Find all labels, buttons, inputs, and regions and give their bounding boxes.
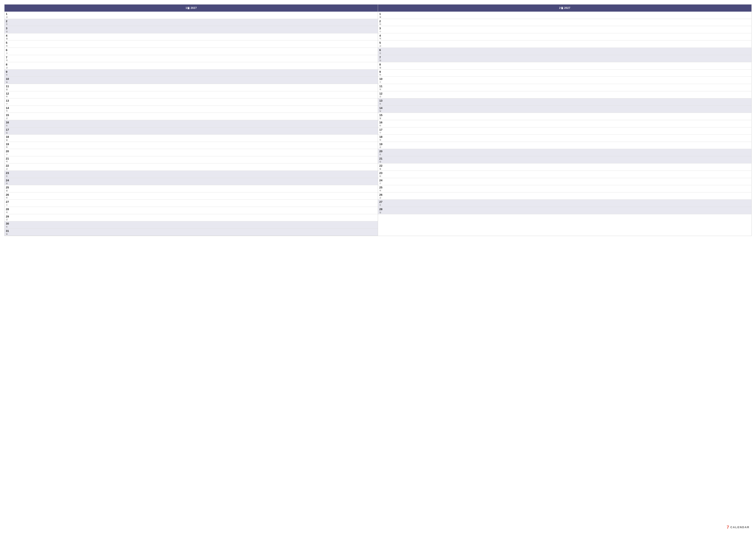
day-row: 16토 bbox=[5, 120, 378, 127]
day-row: 28목 bbox=[5, 207, 378, 214]
day-name: 수 bbox=[6, 103, 11, 105]
day-info: 8월 bbox=[379, 63, 384, 69]
day-name: 금 bbox=[6, 67, 11, 69]
day-number: 18 bbox=[379, 135, 384, 139]
day-info: 2토 bbox=[6, 20, 11, 25]
day-info: 16화 bbox=[379, 121, 384, 127]
day-name: 목 bbox=[379, 89, 384, 90]
day-info: 26화 bbox=[6, 193, 11, 199]
day-name: 일 bbox=[6, 233, 11, 235]
day-row: 20토 bbox=[378, 149, 751, 156]
page: 1월 20271금2토3일4월5화6수7목8금9토10일11월12화13수14목… bbox=[0, 0, 756, 534]
day-name: 목 bbox=[6, 161, 11, 163]
day-name: 토 bbox=[6, 125, 11, 127]
day-name: 토 bbox=[379, 103, 384, 105]
day-name: 금 bbox=[379, 197, 384, 199]
day-number: 13 bbox=[6, 99, 11, 103]
day-info: 23화 bbox=[379, 171, 384, 177]
brand-icon: 7 bbox=[727, 525, 729, 530]
day-info: 17수 bbox=[379, 128, 384, 134]
day-number: 22 bbox=[379, 164, 384, 167]
day-number: 18 bbox=[6, 135, 11, 139]
day-row: 11목 bbox=[378, 84, 751, 91]
day-name: 수 bbox=[379, 81, 384, 83]
day-number: 28 bbox=[379, 208, 384, 211]
day-info: 22금 bbox=[6, 164, 11, 170]
day-name: 화 bbox=[6, 96, 11, 97]
day-info: 21일 bbox=[379, 157, 384, 163]
day-row: 14일 bbox=[378, 106, 751, 113]
day-row: 13수 bbox=[5, 98, 378, 106]
day-row: 7목 bbox=[5, 55, 378, 63]
day-info: 9화 bbox=[379, 70, 384, 76]
day-name: 토 bbox=[379, 204, 384, 206]
day-name: 화 bbox=[379, 23, 384, 25]
day-info: 27수 bbox=[6, 200, 11, 206]
day-number: 11 bbox=[379, 85, 384, 88]
day-info: 3수 bbox=[379, 27, 384, 33]
day-number: 25 bbox=[379, 186, 384, 189]
day-name: 화 bbox=[6, 45, 11, 47]
day-row: 29금 bbox=[5, 214, 378, 221]
day-row: 6토 bbox=[378, 48, 751, 55]
day-name: 일 bbox=[6, 182, 11, 184]
day-name: 금 bbox=[6, 117, 11, 119]
day-number: 4 bbox=[379, 34, 384, 38]
day-info: 14일 bbox=[379, 106, 384, 112]
day-row: 9화 bbox=[378, 69, 751, 77]
day-info: 27토 bbox=[379, 200, 384, 206]
day-row: 4목 bbox=[378, 33, 751, 41]
day-name: 수 bbox=[379, 132, 384, 134]
day-name: 목 bbox=[6, 60, 11, 62]
day-row: 23화 bbox=[378, 171, 751, 178]
month-section-jan: 1월 20271금2토3일4월5화6수7목8금9토10일11월12화13수14목… bbox=[5, 5, 378, 236]
day-info: 3일 bbox=[6, 27, 11, 33]
day-info: 23토 bbox=[6, 171, 11, 177]
day-row: 14목 bbox=[5, 106, 378, 113]
day-name: 수 bbox=[379, 31, 384, 33]
day-name: 토 bbox=[6, 175, 11, 177]
day-info: 10일 bbox=[6, 77, 11, 83]
day-number: 20 bbox=[6, 150, 11, 153]
day-row: 6수 bbox=[5, 48, 378, 55]
day-name: 토 bbox=[6, 23, 11, 25]
day-name: 금 bbox=[6, 218, 11, 220]
day-number: 19 bbox=[6, 142, 11, 146]
day-name: 일 bbox=[379, 110, 384, 112]
day-info: 4목 bbox=[379, 34, 384, 40]
day-number: 26 bbox=[379, 193, 384, 196]
day-number: 15 bbox=[6, 114, 11, 117]
day-name: 월 bbox=[379, 168, 384, 170]
day-info: 15월 bbox=[379, 114, 384, 119]
day-number: 12 bbox=[379, 92, 384, 95]
day-number: 15 bbox=[379, 114, 384, 117]
day-row: 4월 bbox=[5, 33, 378, 41]
day-info: 6수 bbox=[6, 48, 11, 54]
day-number: 5 bbox=[379, 41, 384, 44]
day-name: 일 bbox=[6, 132, 11, 134]
day-name: 수 bbox=[379, 182, 384, 184]
day-row: 15월 bbox=[378, 113, 751, 120]
day-row: 12화 bbox=[5, 91, 378, 99]
day-row: 27토 bbox=[378, 200, 751, 207]
day-number: 31 bbox=[6, 229, 11, 233]
day-info: 20수 bbox=[6, 150, 11, 156]
day-info: 13토 bbox=[379, 99, 384, 105]
day-number: 7 bbox=[6, 56, 11, 59]
day-number: 3 bbox=[379, 27, 384, 30]
day-row: 26금 bbox=[378, 192, 751, 200]
day-number: 14 bbox=[6, 106, 11, 110]
day-name: 목 bbox=[379, 139, 384, 141]
day-number: 12 bbox=[6, 92, 11, 95]
day-name: 토 bbox=[379, 52, 384, 54]
day-info: 24수 bbox=[379, 179, 384, 185]
day-info: 15금 bbox=[6, 114, 11, 119]
day-number: 10 bbox=[379, 77, 384, 81]
day-name: 금 bbox=[6, 16, 11, 18]
day-number: 21 bbox=[379, 157, 384, 161]
day-info: 28일 bbox=[379, 208, 384, 214]
day-name: 수 bbox=[6, 204, 11, 206]
day-number: 30 bbox=[6, 222, 11, 225]
day-name: 월 bbox=[6, 190, 11, 191]
day-number: 27 bbox=[6, 200, 11, 204]
